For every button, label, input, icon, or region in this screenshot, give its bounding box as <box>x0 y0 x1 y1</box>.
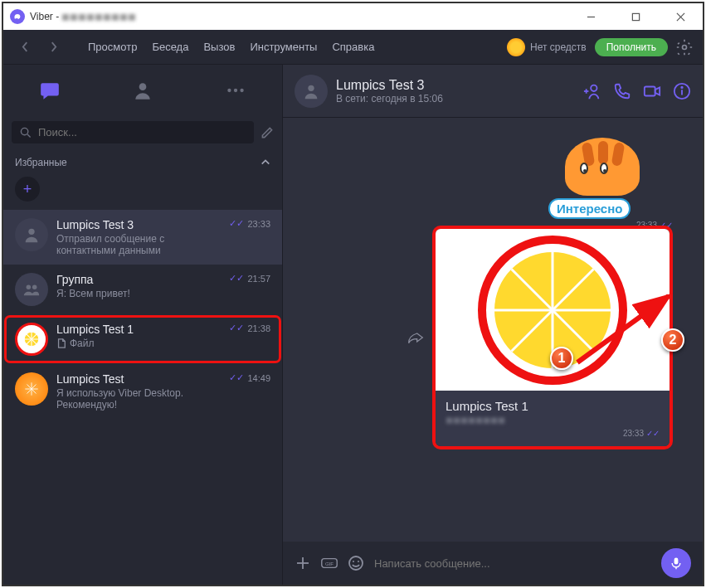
menu-call[interactable]: Вызов <box>203 41 235 53</box>
message-time: 23:33 <box>623 429 644 438</box>
conversation-panel: Lumpics Test 3 В сети: сегодня в 15:06 1 <box>283 65 703 585</box>
close-button[interactable] <box>668 8 693 25</box>
add-favorite-button[interactable]: + <box>15 177 40 202</box>
attach-icon[interactable] <box>295 555 311 571</box>
viber-logo-icon <box>10 9 25 24</box>
info-icon[interactable] <box>673 82 691 100</box>
tab-chats[interactable] <box>27 72 73 109</box>
add-participant-icon[interactable] <box>583 82 601 100</box>
app-name: Viber <box>30 11 53 22</box>
svg-rect-1 <box>632 13 639 20</box>
svg-point-31 <box>681 86 682 87</box>
svg-point-23 <box>308 85 314 90</box>
favorites-header: Избранные <box>15 157 67 168</box>
sticker-text: Интересно <box>548 198 631 219</box>
file-icon <box>56 338 66 348</box>
collapse-icon[interactable] <box>260 158 270 168</box>
svg-line-10 <box>27 134 31 138</box>
chat-item[interactable]: Группа Я: Всем привет! ✓✓21:57 <box>3 265 282 314</box>
chat-preview: Я использую Viber Desktop. Рекомендую! <box>56 387 221 411</box>
search-field[interactable] <box>12 121 254 143</box>
menubar: Просмотр Беседа Вызов Инструменты Справк… <box>3 30 703 65</box>
messages-area: 1 2 Ин <box>283 118 703 542</box>
svg-point-7 <box>234 89 237 92</box>
menu-help[interactable]: Справка <box>332 41 374 53</box>
sticker-image <box>548 121 656 200</box>
nav-back[interactable] <box>13 37 37 57</box>
chat-time: 21:57 <box>247 274 270 284</box>
annotation-callout-2: 2 <box>661 328 684 352</box>
balance-pill[interactable]: Нет средств <box>507 38 587 56</box>
chat-item[interactable]: Lumpics Test 3 Отправил сообщение с конт… <box>3 210 282 265</box>
voice-message-button[interactable] <box>661 548 691 578</box>
svg-line-32 <box>577 296 669 362</box>
group-avatar-icon <box>15 273 48 306</box>
minimize-button[interactable] <box>578 8 603 25</box>
sidebar: Избранные + Lumpics Test 3 Отправил сооб… <box>3 65 283 585</box>
composer-input[interactable] <box>374 557 651 570</box>
search-input[interactable] <box>38 126 246 138</box>
topup-button[interactable]: Пополнить <box>595 38 668 56</box>
avatar-icon <box>15 218 48 251</box>
settings-icon[interactable] <box>676 39 693 56</box>
chat-preview: Я: Всем привет! <box>56 288 221 299</box>
menu-tools[interactable]: Инструменты <box>250 41 317 53</box>
chat-name: Lumpics Test 3 <box>56 218 221 231</box>
chat-name: Lumpics Test <box>56 372 221 386</box>
svg-point-37 <box>349 556 363 570</box>
svg-point-9 <box>21 128 27 134</box>
chat-preview: Файл <box>56 338 221 349</box>
chat-name: Группа <box>56 273 221 286</box>
orange-avatar-icon <box>15 372 48 406</box>
search-icon <box>20 127 32 138</box>
svg-point-13 <box>32 285 37 290</box>
header-avatar-icon <box>295 75 328 108</box>
read-checks-icon: ✓✓ <box>229 273 244 284</box>
svg-marker-28 <box>655 87 660 95</box>
sticker-icon[interactable] <box>348 555 364 571</box>
compose-icon[interactable] <box>260 126 274 139</box>
svg-point-6 <box>227 89 231 92</box>
svg-point-4 <box>683 45 687 49</box>
read-checks-icon: ✓✓ <box>229 323 244 333</box>
svg-point-12 <box>27 285 31 290</box>
tab-contacts[interactable] <box>120 72 166 109</box>
tab-more[interactable] <box>213 72 259 109</box>
video-call-icon[interactable] <box>643 82 661 100</box>
chat-preview: Отправил сообщение с контактными данными <box>56 233 221 256</box>
window-titlebar: Viber - ◼◼◼◼◼◼◼◼◼ <box>3 3 703 30</box>
chat-item[interactable]: Lumpics Test Я использую Viber Desktop. … <box>3 364 282 419</box>
menu-chat[interactable]: Беседа <box>152 41 188 53</box>
svg-point-38 <box>353 561 354 562</box>
nav-forward[interactable] <box>41 37 65 57</box>
header-contact-name: Lumpics Test 3 <box>336 78 443 93</box>
svg-point-5 <box>139 83 147 90</box>
balance-avatar-icon <box>507 38 525 56</box>
read-checks-icon: ✓✓ <box>229 218 244 229</box>
chat-time: 21:38 <box>247 323 270 333</box>
svg-rect-27 <box>645 86 655 95</box>
forward-icon[interactable] <box>407 330 424 345</box>
header-status: В сети: сегодня в 15:06 <box>336 93 443 104</box>
svg-point-24 <box>591 85 596 90</box>
balance-text: Нет средств <box>530 41 587 53</box>
chat-item-highlighted[interactable]: Lumpics Test 1 Файл ✓✓21:38 <box>3 314 282 364</box>
contact-card-name: Lumpics Test 1 <box>446 399 660 413</box>
gif-icon[interactable]: GIF <box>321 555 338 571</box>
chat-name: Lumpics Test 1 <box>56 323 221 336</box>
call-icon[interactable] <box>613 82 631 100</box>
menu-view[interactable]: Просмотр <box>88 41 137 53</box>
message-composer: GIF <box>283 542 703 585</box>
sticker-message[interactable]: Интересно 23:33✓✓ <box>548 121 673 230</box>
annotation-arrow <box>573 288 681 371</box>
read-checks-icon: ✓✓ <box>229 372 244 383</box>
svg-text:GIF: GIF <box>325 561 334 566</box>
svg-rect-40 <box>674 558 679 565</box>
maximize-button[interactable] <box>623 8 648 25</box>
lemon-avatar-icon <box>15 323 48 356</box>
svg-point-11 <box>28 229 34 235</box>
svg-point-8 <box>240 89 243 92</box>
conversation-header: Lumpics Test 3 В сети: сегодня в 15:06 <box>283 65 703 118</box>
chat-time: 14:49 <box>247 373 270 383</box>
annotation-callout-1: 1 <box>550 347 573 370</box>
